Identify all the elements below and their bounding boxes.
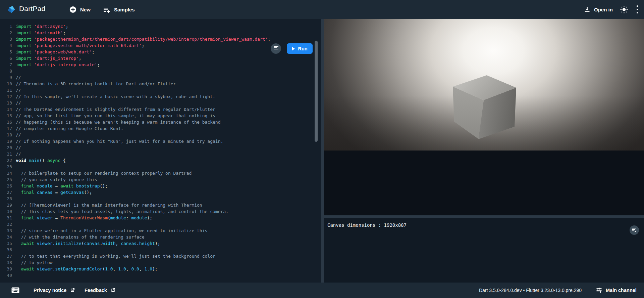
keyboard-icon bbox=[11, 287, 19, 293]
code-line: 22void main() async { bbox=[0, 157, 321, 164]
overflow-menu-button[interactable] bbox=[635, 5, 640, 13]
code-line: 36 bbox=[0, 247, 321, 253]
code-line: 21// bbox=[0, 151, 321, 157]
code-line: 34 // with the dimensions of the renderi… bbox=[0, 234, 321, 240]
open-in-new-icon bbox=[70, 288, 75, 293]
code-line: 37 // to test that everything is working… bbox=[0, 253, 321, 259]
code-line: 13// bbox=[0, 100, 321, 106]
new-button[interactable]: New bbox=[69, 0, 91, 19]
code-editor[interactable]: 1import 'dart:async';2import 'dart:math'… bbox=[0, 19, 321, 283]
run-button[interactable]: Run bbox=[287, 43, 313, 54]
code-line: 16// happening (this is because we aren'… bbox=[0, 119, 321, 125]
code-line: 24 // boilerplate to setup our rendering… bbox=[0, 170, 321, 176]
render-canvas[interactable] bbox=[324, 19, 644, 151]
code-line: 26 final module = await bootstrap(); bbox=[0, 183, 321, 189]
code-line: 8 bbox=[0, 68, 321, 74]
code-line: 30 // This class lets you load assets, l… bbox=[0, 208, 321, 215]
code-line: 35 await viewer.initialize(canvas.width,… bbox=[0, 240, 321, 247]
channel-selector[interactable]: Main channel bbox=[596, 283, 637, 298]
code-line: 28 bbox=[0, 196, 321, 202]
format-align-icon bbox=[273, 45, 279, 52]
code-line: 2import 'dart:math'; bbox=[0, 30, 321, 36]
editor-scrollbar[interactable] bbox=[315, 41, 318, 142]
add-circle-icon bbox=[69, 6, 77, 13]
code-line: 10// Thermion is a 3D rendering toolkit … bbox=[0, 81, 321, 87]
code-line: 39 await viewer.setBackgroundColor(1.0, … bbox=[0, 266, 321, 272]
open-in-new-icon bbox=[110, 288, 116, 293]
code-line: 18// bbox=[0, 132, 321, 138]
channel-label: Main channel bbox=[606, 288, 637, 293]
code-line: 23 bbox=[0, 164, 321, 170]
console-line: Canvas dimensions : 644x298 bbox=[327, 222, 407, 228]
clear-console-icon bbox=[632, 227, 637, 233]
privacy-notice-label: Privacy notice bbox=[34, 288, 66, 293]
open-in-button[interactable]: Open in bbox=[584, 0, 613, 19]
code-line: 38 // to yellow bbox=[0, 259, 321, 266]
code-line: 7import 'dart:js_interop_unsafe'; bbox=[0, 61, 321, 68]
download-icon bbox=[584, 6, 591, 13]
new-button-label: New bbox=[80, 7, 91, 12]
code-line: 15// app, so the first time you run this… bbox=[0, 113, 321, 119]
dartpad-logo-icon bbox=[8, 6, 15, 13]
top-bar: DartPad New Samples bbox=[0, 0, 644, 19]
dartpad-app: DartPad New Samples bbox=[0, 0, 644, 298]
vertical-splitter[interactable] bbox=[321, 19, 324, 283]
code-line: 14// The DartPad environment is slightly… bbox=[0, 106, 321, 113]
cube-3d bbox=[324, 19, 644, 151]
play-icon bbox=[292, 47, 295, 51]
clear-console-button[interactable] bbox=[630, 225, 639, 235]
output-panel: Canvas dimensions : 644x298 bbox=[324, 19, 644, 283]
code-line: 9// bbox=[0, 74, 321, 81]
samples-button-label: Samples bbox=[114, 7, 135, 12]
samples-button[interactable]: Samples bbox=[103, 0, 135, 19]
code-line: 19// If nothing happens when you hit "Ru… bbox=[0, 138, 321, 144]
privacy-notice-link[interactable]: Privacy notice bbox=[34, 283, 75, 298]
code-line: 25 // you can safely ignore this bbox=[0, 176, 321, 183]
open-in-button-label: Open in bbox=[594, 7, 613, 12]
version-info: Dart 3.5.0-284.0.dev • Flutter 3.23.0-13… bbox=[479, 283, 582, 298]
page-title: DartPad bbox=[19, 5, 45, 13]
tune-icon bbox=[596, 287, 602, 294]
code-line: 12// In this sample, we'll create a basi… bbox=[0, 93, 321, 100]
console-output: Canvas dimensions : 644x298 bbox=[324, 218, 644, 283]
brightness-toggle-icon[interactable] bbox=[620, 5, 628, 15]
code-line: 17// compiler running on Google Cloud Ru… bbox=[0, 125, 321, 132]
code-line: 32 bbox=[0, 221, 321, 227]
feedback-link[interactable]: Feedback bbox=[85, 283, 116, 298]
feedback-label: Feedback bbox=[85, 288, 107, 293]
code-line: 6import 'dart:js_interop'; bbox=[0, 55, 321, 61]
format-button[interactable] bbox=[271, 43, 281, 54]
run-button-label: Run bbox=[298, 46, 307, 51]
code-line: 1import 'dart:async'; bbox=[0, 23, 321, 30]
code-line: 29 // [ThermionViewer] is the main inter… bbox=[0, 202, 321, 208]
keyboard-shortcuts-button[interactable] bbox=[11, 283, 19, 298]
code-line: 40 bbox=[0, 272, 321, 279]
status-bar: Privacy notice Feedback Dart 3.5.0-284.0… bbox=[0, 283, 644, 298]
code-line: 31 final viewer = ThermionViewerWasm(mod… bbox=[0, 215, 321, 221]
code-line: 11// bbox=[0, 87, 321, 93]
code-lines: 1import 'dart:async';2import 'dart:math'… bbox=[0, 23, 321, 279]
playlist-add-icon bbox=[103, 6, 111, 14]
code-line: 27 final canvas = getCanvas(); bbox=[0, 189, 321, 196]
horizontal-splitter[interactable] bbox=[324, 215, 644, 218]
code-line: 20// bbox=[0, 144, 321, 151]
code-line: 33 // since we're not in a Flutter appli… bbox=[0, 227, 321, 234]
code-line: 3import 'package:thermion_dart/thermion_… bbox=[0, 36, 321, 42]
